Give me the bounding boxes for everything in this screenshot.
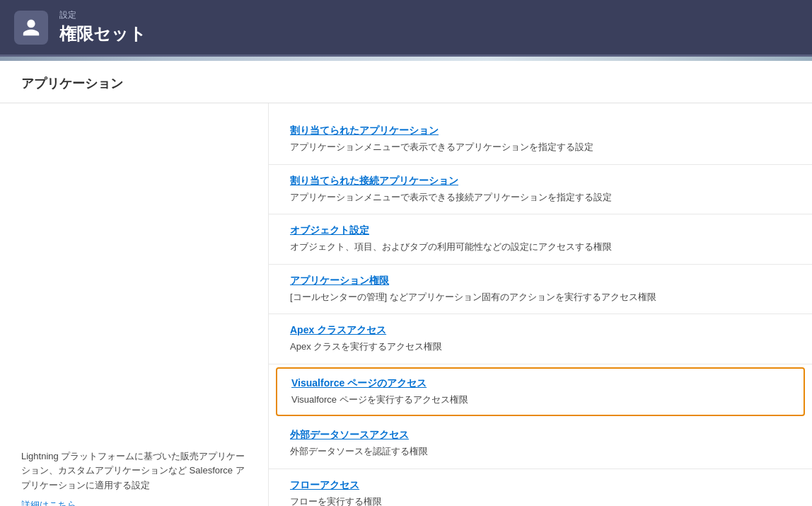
- menu-item-assigned-apps: 割り当てられたアプリケーション アプリケーションメニューで表示できるアプリケーシ…: [269, 110, 812, 165]
- left-panel: Lightning プラットフォームに基づいた販売アプリケーション、カスタムアプ…: [0, 103, 269, 506]
- page-header: 設定 権限セット: [0, 0, 812, 57]
- menu-item-object-settings: オブジェクト設定 オブジェクト、項目、およびタブの利用可能性などの設定にアクセス…: [269, 214, 812, 265]
- menu-item-visualforce-access-desc: Visualforce ページを実行するアクセス権限: [291, 394, 468, 405]
- left-panel-description: Lightning プラットフォームに基づいた販売アプリケーション、カスタムアプ…: [21, 449, 247, 493]
- header-subtitle: 設定: [59, 9, 146, 21]
- menu-item-apex-class-access-desc: Apex クラスを実行するアクセス権限: [290, 341, 442, 352]
- section-title: アプリケーション: [0, 61, 812, 103]
- person-icon: [21, 18, 41, 38]
- detail-link[interactable]: 詳細はこちら: [21, 499, 247, 506]
- menu-item-object-settings-desc: オブジェクト、項目、およびタブの利用可能性などの設定にアクセスする権限: [290, 241, 612, 252]
- header-text-group: 設定 権限セット: [59, 9, 146, 45]
- menu-item-object-settings-title[interactable]: オブジェクト設定: [290, 224, 791, 237]
- content-area: Lightning プラットフォームに基づいた販売アプリケーション、カスタムアプ…: [0, 103, 812, 506]
- menu-item-app-permissions-desc: [コールセンターの管理] などアプリケーション固有のアクションを実行するアクセス…: [290, 292, 656, 302]
- menu-item-apex-class-access: Apex クラスアクセス Apex クラスを実行するアクセス権限: [269, 314, 812, 364]
- menu-item-app-permissions-title[interactable]: アプリケーション権限: [290, 275, 791, 287]
- menu-item-app-permissions: アプリケーション権限 [コールセンターの管理] などアプリケーション固有のアクシ…: [269, 265, 812, 315]
- menu-item-flow-access-desc: フローを実行する権限: [290, 496, 382, 507]
- menu-item-flow-access-title[interactable]: フローアクセス: [290, 479, 791, 492]
- menu-item-connected-apps: 割り当てられた接続アプリケーション アプリケーションメニューで表示できる接続アプ…: [269, 165, 812, 215]
- menu-item-external-data-access-title[interactable]: 外部データソースアクセス: [290, 429, 791, 442]
- menu-item-flow-access: フローアクセス フローを実行する権限: [269, 469, 812, 507]
- menu-item-visualforce-access-title[interactable]: Visualforce ページのアクセス: [291, 377, 789, 390]
- header-icon: [14, 11, 48, 45]
- right-panel: 割り当てられたアプリケーション アプリケーションメニューで表示できるアプリケーシ…: [269, 103, 812, 506]
- menu-item-external-data-access: 外部データソースアクセス 外部データソースを認証する権限: [269, 419, 812, 469]
- menu-item-visualforce-access: Visualforce ページのアクセス Visualforce ページを実行す…: [276, 367, 805, 417]
- menu-item-assigned-apps-desc: アプリケーションメニューで表示できるアプリケーションを指定する設定: [290, 142, 593, 152]
- header-title: 権限セット: [59, 23, 146, 45]
- menu-item-assigned-apps-title[interactable]: 割り当てられたアプリケーション: [290, 125, 791, 137]
- main-content: アプリケーション Lightning プラットフォームに基づいた販売アプリケーシ…: [0, 61, 812, 506]
- menu-item-connected-apps-title[interactable]: 割り当てられた接続アプリケーション: [290, 175, 791, 188]
- menu-item-external-data-access-desc: 外部データソースを認証する権限: [290, 446, 428, 456]
- menu-item-connected-apps-desc: アプリケーションメニューで表示できる接続アプリケーションを指定する設定: [290, 192, 612, 202]
- menu-item-apex-class-access-title[interactable]: Apex クラスアクセス: [290, 324, 791, 337]
